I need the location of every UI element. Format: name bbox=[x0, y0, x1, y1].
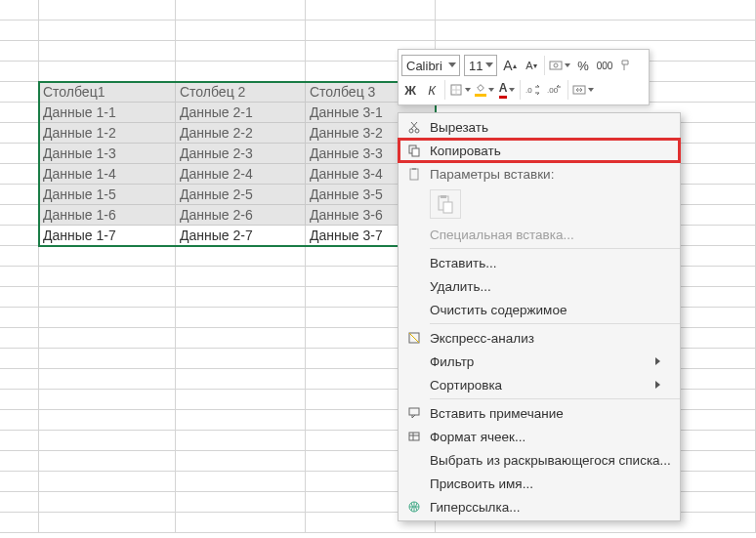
borders-button[interactable] bbox=[449, 80, 471, 100]
decrease-decimal-button[interactable]: .00 bbox=[546, 80, 564, 100]
svg-point-8 bbox=[409, 129, 413, 133]
data-cell[interactable]: Данные 2-4 bbox=[176, 164, 306, 185]
svg-rect-12 bbox=[410, 169, 418, 180]
accounting-format-button[interactable] bbox=[549, 56, 570, 75]
svg-point-9 bbox=[415, 129, 419, 133]
comma-format-button[interactable]: 000 bbox=[596, 56, 613, 75]
menu-label: Вставить... bbox=[430, 256, 660, 270]
svg-rect-16 bbox=[443, 202, 452, 213]
increase-font-button[interactable]: A▴ bbox=[501, 56, 519, 75]
data-cell[interactable]: Данные 2-7 bbox=[176, 226, 306, 246]
merge-center-button[interactable] bbox=[572, 80, 594, 100]
menu-label: Выбрать из раскрывающегося списка... bbox=[430, 453, 671, 468]
svg-rect-19 bbox=[409, 433, 419, 440]
menu-label: Удалить... bbox=[430, 279, 660, 294]
menu-label: Параметры вставки: bbox=[430, 167, 660, 182]
data-cell[interactable]: Данные 2-6 bbox=[176, 205, 306, 226]
menu-label: Копировать bbox=[430, 144, 660, 158]
svg-text:.0: .0 bbox=[525, 86, 532, 95]
paste-icon bbox=[437, 194, 454, 214]
font-name-value: Calibri bbox=[406, 59, 442, 73]
menu-quick-analysis[interactable]: Экспресс-анализ bbox=[399, 326, 680, 350]
data-cell[interactable]: Данные 2-5 bbox=[176, 185, 306, 205]
context-menu: Вырезать Копировать Параметры вставки: С… bbox=[398, 112, 681, 521]
data-cell[interactable]: Данные 1-1 bbox=[39, 103, 176, 123]
decrease-font-button[interactable]: A▾ bbox=[523, 56, 540, 75]
menu-paste-options-header: Параметры вставки: bbox=[399, 162, 680, 186]
menu-paste-special: Специальная вставка... bbox=[399, 223, 680, 246]
menu-insert-comment[interactable]: Вставить примечание bbox=[399, 401, 680, 425]
font-color-button[interactable]: A bbox=[498, 80, 516, 100]
fill-color-button[interactable] bbox=[475, 80, 494, 100]
menu-clear-contents[interactable]: Очистить содержимое bbox=[399, 298, 680, 321]
paintbrush-icon bbox=[619, 59, 633, 72]
font-size-combo[interactable]: 11 bbox=[464, 55, 497, 76]
svg-rect-11 bbox=[412, 148, 419, 156]
decrease-decimal-icon: .00 bbox=[547, 84, 563, 96]
submenu-arrow-icon bbox=[655, 357, 660, 365]
data-cell[interactable]: Данные 1-4 bbox=[39, 164, 176, 185]
column-header[interactable]: Столбец1 bbox=[39, 82, 176, 103]
menu-label: Присвоить имя... bbox=[430, 476, 660, 491]
menu-pick-from-list[interactable]: Выбрать из раскрывающегося списка... bbox=[399, 448, 680, 472]
menu-define-name[interactable]: Присвоить имя... bbox=[399, 472, 680, 495]
borders-icon bbox=[449, 83, 463, 97]
mini-toolbar: Calibri 11 A▴ A▾ % 000 Ж К A bbox=[398, 49, 650, 105]
data-cell[interactable]: Данные 1-6 bbox=[39, 205, 176, 226]
data-cell[interactable]: Данные 1-5 bbox=[39, 185, 176, 205]
quick-analysis-icon bbox=[407, 331, 421, 345]
italic-button[interactable]: К bbox=[423, 80, 441, 100]
format-painter-button[interactable] bbox=[617, 56, 635, 75]
menu-copy[interactable]: Копировать bbox=[399, 139, 680, 162]
font-size-value: 11 bbox=[469, 59, 483, 73]
svg-rect-15 bbox=[441, 195, 446, 198]
merge-icon bbox=[572, 84, 586, 96]
increase-decimal-icon: .0 bbox=[525, 84, 541, 96]
menu-filter[interactable]: Фильтр bbox=[399, 350, 680, 373]
menu-insert[interactable]: Вставить... bbox=[399, 251, 680, 274]
menu-label: Вставить примечание bbox=[430, 406, 660, 421]
font-name-combo[interactable]: Calibri bbox=[401, 55, 460, 76]
format-cells-icon bbox=[407, 430, 421, 443]
percent-format-button[interactable]: % bbox=[574, 56, 592, 75]
data-cell[interactable]: Данные 2-1 bbox=[176, 103, 306, 123]
menu-label: Гиперссылка... bbox=[430, 500, 660, 515]
font-color-icon: A bbox=[499, 81, 508, 99]
data-cell[interactable]: Данные 2-2 bbox=[176, 123, 306, 144]
hyperlink-icon bbox=[407, 500, 421, 514]
menu-delete[interactable]: Удалить... bbox=[399, 274, 680, 298]
submenu-arrow-icon bbox=[655, 381, 660, 389]
svg-rect-0 bbox=[550, 62, 562, 69]
dropdown-arrow-icon bbox=[448, 62, 456, 67]
menu-hyperlink[interactable]: Гиперссылка... bbox=[399, 495, 680, 518]
menu-format-cells[interactable]: Формат ячеек... bbox=[399, 425, 680, 448]
svg-rect-13 bbox=[412, 168, 416, 170]
increase-decimal-button[interactable]: .0 bbox=[525, 80, 542, 100]
data-cell[interactable]: Данные 1-3 bbox=[39, 144, 176, 164]
comment-icon bbox=[407, 406, 421, 420]
menu-label: Очистить содержимое bbox=[430, 303, 660, 317]
money-icon bbox=[549, 59, 563, 72]
scissors-icon bbox=[407, 120, 421, 134]
menu-label: Фильтр bbox=[430, 354, 655, 369]
data-cell[interactable]: Данные 2-3 bbox=[176, 144, 306, 164]
menu-label: Сортировка bbox=[430, 378, 655, 393]
svg-rect-18 bbox=[409, 408, 419, 415]
menu-label: Формат ячеек... bbox=[430, 430, 660, 444]
column-header[interactable]: Столбец 2 bbox=[176, 82, 306, 103]
menu-label: Экспресс-анализ bbox=[430, 331, 660, 346]
copy-icon bbox=[407, 144, 421, 157]
svg-point-1 bbox=[554, 63, 558, 67]
bucket-icon bbox=[475, 83, 486, 97]
menu-label: Вырезать bbox=[430, 120, 660, 135]
data-cell[interactable]: Данные 1-7 bbox=[39, 226, 176, 246]
data-cell[interactable]: Данные 1-2 bbox=[39, 123, 176, 144]
menu-cut[interactable]: Вырезать bbox=[399, 115, 680, 139]
menu-label: Специальная вставка... bbox=[430, 228, 660, 242]
menu-sort[interactable]: Сортировка bbox=[399, 373, 680, 396]
clipboard-icon bbox=[407, 167, 421, 181]
dropdown-arrow-icon bbox=[485, 62, 493, 67]
bold-button[interactable]: Ж bbox=[401, 80, 419, 100]
menu-paste-option-button bbox=[399, 186, 680, 223]
